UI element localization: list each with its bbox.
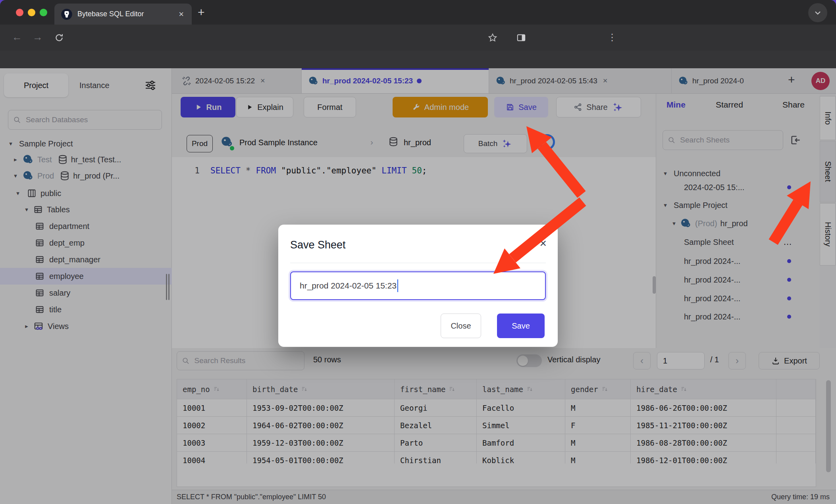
browser-chrome-bottom xyxy=(0,51,836,68)
window-zoom-button[interactable] xyxy=(40,9,47,16)
dialog-save-button[interactable]: Save xyxy=(497,314,545,338)
browser-titlebar: Bytebase SQL Editor × + xyxy=(0,0,836,25)
text-caret xyxy=(397,279,398,292)
bookmark-star-icon[interactable] xyxy=(487,33,498,43)
window-minimize-button[interactable] xyxy=(28,9,35,16)
chevron-down-icon xyxy=(813,8,823,17)
bytebase-favicon-icon xyxy=(61,8,73,20)
dialog-divider xyxy=(290,263,546,263)
forward-button[interactable]: → xyxy=(33,32,43,42)
window-close-button[interactable] xyxy=(16,9,23,16)
browser-tab-close-icon[interactable]: × xyxy=(177,8,185,20)
dialog-close-icon[interactable]: × xyxy=(539,237,547,250)
sheet-name-input[interactable]: hr_prod 2024-02-05 15:23 xyxy=(290,271,546,300)
save-sheet-dialog: Save Sheet × hr_prod 2024-02-05 15:23 Cl… xyxy=(278,225,558,347)
screen: Bytebase SQL Editor × + ← → localhost:80… xyxy=(0,0,836,504)
back-button[interactable]: ← xyxy=(12,32,22,42)
dialog-close-button[interactable]: Close xyxy=(441,314,481,338)
sheet-name-value: hr_prod 2024-02-05 15:23 xyxy=(300,281,397,290)
browser-tab-title: Bytebase SQL Editor xyxy=(77,10,172,18)
browser-tab[interactable]: Bytebase SQL Editor × xyxy=(54,4,192,25)
side-panel-icon[interactable] xyxy=(516,33,526,43)
browser-url-row: ← → localhost:8080/sql-editor/prod-sampl… xyxy=(0,25,836,51)
dialog-title: Save Sheet xyxy=(290,239,346,251)
reload-button[interactable] xyxy=(54,33,64,43)
new-tab-button[interactable]: + xyxy=(198,6,205,19)
browser-menu-button[interactable]: ⋮ xyxy=(607,32,617,43)
tab-search-chevron-button[interactable] xyxy=(808,3,827,22)
